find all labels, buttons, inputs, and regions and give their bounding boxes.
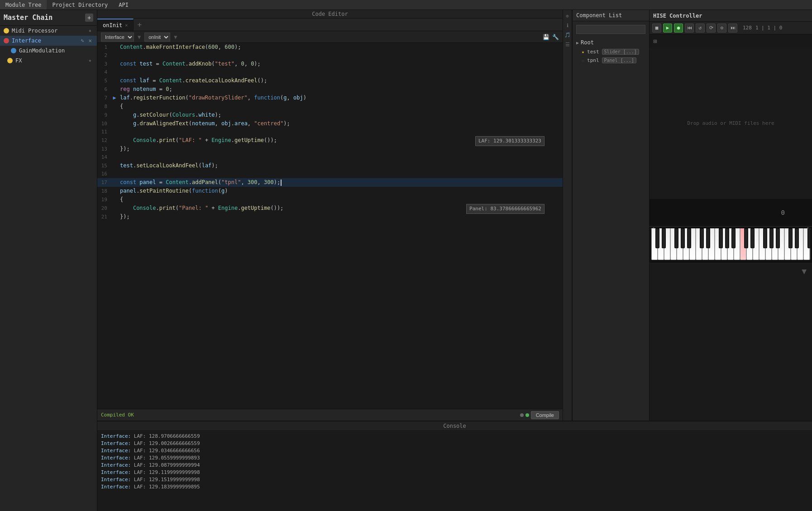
piano-black-key[interactable] <box>750 228 755 248</box>
grid-icon[interactable]: ⊞ <box>653 38 657 45</box>
console-label: Interface: <box>101 455 131 461</box>
hise-loop-btn[interactable]: ↺ <box>696 24 705 33</box>
callback-select[interactable]: onInit <box>144 33 170 42</box>
piano-black-key[interactable] <box>795 228 799 248</box>
piano-black-key[interactable] <box>681 228 685 248</box>
module-item-gain-modulation[interactable]: GainModulation <box>0 46 97 56</box>
drop-zone[interactable]: Drop audio or MIDI files here <box>650 48 812 199</box>
piano-black-key[interactable] <box>769 228 774 248</box>
tab-oninit-close[interactable]: ✕ <box>125 23 128 28</box>
panel-icon-2[interactable]: ℹ <box>564 21 572 29</box>
console-line: Interface: LAF: 129.1199999999998 <box>101 469 808 476</box>
piano-black-key[interactable] <box>687 228 691 248</box>
component-list-title: Component List <box>576 12 622 19</box>
panel-icon-4[interactable]: ☰ <box>564 40 572 48</box>
console-line: Interface: LAF: 128.9706666666559 <box>101 433 808 440</box>
code-area[interactable]: 1 Content.makeFrontInterface(600, 600); … <box>97 43 563 409</box>
hise-controller-panel: HISE Controller ■ ▶ ● ⏮ ↺ ⟳ ⊙ ⏭ 128 1 | … <box>649 10 812 421</box>
piano-black-key[interactable] <box>807 228 810 248</box>
piano-keys[interactable] <box>651 228 810 260</box>
component-item-tpnl[interactable]: ☆ tpnl Panel [...] <box>573 56 649 65</box>
module-item-interface[interactable]: Interface ✎ ✕ <box>0 36 97 46</box>
code-line-18: 18 panel.setPaintRoutine(function(g) <box>97 187 563 195</box>
hise-stop-btn[interactable]: ■ <box>652 24 661 33</box>
hise-rewind-btn[interactable]: ⏮ <box>685 24 694 33</box>
code-line-15: 15 test.setLocalLookAndFeel(laf); <box>97 161 563 170</box>
center-right-section: Code Editor onInit ✕ + Interface ▼ <box>97 10 812 511</box>
fx-add-btn[interactable]: + <box>87 57 93 64</box>
piano-black-key[interactable] <box>655 228 659 248</box>
piano-black-key[interactable] <box>706 228 710 248</box>
piano-black-key[interactable] <box>744 228 748 248</box>
code-line-2: 2 <box>97 52 563 60</box>
compile-button[interactable]: Compile <box>531 411 559 419</box>
midi-processor-add-btn[interactable]: + <box>87 28 93 34</box>
piano-black-key[interactable] <box>700 228 704 248</box>
midi-processor-name: Midi Processor <box>12 28 87 34</box>
hise-play-btn[interactable]: ▶ <box>663 24 672 33</box>
hise-sync-btn[interactable]: ⟳ <box>707 24 716 33</box>
tab-oninit-label: onInit <box>103 22 122 28</box>
hise-record-btn[interactable]: ● <box>674 24 683 33</box>
component-list-header: Component List <box>573 10 649 21</box>
console-label: Interface: <box>101 469 131 475</box>
tab-add-button[interactable]: + <box>134 19 145 31</box>
tab-oninit[interactable]: onInit ✕ <box>97 19 134 31</box>
module-item-midi-processor[interactable]: Midi Processor + <box>0 26 97 36</box>
oscilloscope-value: 0 <box>781 209 785 216</box>
interface-name: Interface <box>12 38 79 44</box>
console-label: Interface: <box>101 433 131 439</box>
hise-midi-btn[interactable]: ⊙ <box>717 24 726 33</box>
master-chain-header: Master Chain + <box>0 10 97 26</box>
piano-black-key[interactable] <box>662 228 666 248</box>
menu-module-tree[interactable]: Module Tree <box>0 0 47 9</box>
editor-toolbar: Interface ▼ onInit ▼ 💾 🔧 <box>97 31 563 43</box>
menu-project-directory[interactable]: Project Directory <box>47 0 113 9</box>
interface-edit-btn[interactable]: ✎ <box>79 38 86 44</box>
indicator-dot-grey <box>520 413 524 417</box>
settings-icon[interactable]: 🔧 <box>552 34 559 40</box>
add-master-chain-button[interactable]: + <box>85 14 93 22</box>
menu-api[interactable]: API <box>113 0 134 9</box>
status-bar: Compiled OK Compile <box>97 409 563 421</box>
tpnl-star: ☆ <box>582 58 584 63</box>
hise-forward-btn[interactable]: ⏭ <box>728 24 737 33</box>
console-label: Interface: <box>101 448 131 454</box>
console-content[interactable]: Interface: LAF: 128.9706666666559Interfa… <box>97 431 812 511</box>
code-line-16: 16 <box>97 170 563 178</box>
left-panel: Master Chain + Midi Processor + Interfac… <box>0 10 97 511</box>
code-line-10: 10 g.drawAlignedText(notenum, obj.area, … <box>97 119 563 128</box>
gain-modulation-name: GainModulation <box>19 47 93 54</box>
component-search-input[interactable] <box>576 25 645 34</box>
editor-tabs: onInit ✕ + <box>97 19 563 31</box>
meter-panel: ⊞ <box>650 34 812 48</box>
gain-modulation-dot <box>11 48 16 53</box>
component-item-test[interactable]: ★ test Slider [...] <box>573 47 649 56</box>
midi-processor-dot <box>4 28 9 33</box>
panel-icon-3[interactable]: 🎵 <box>564 31 572 39</box>
hise-controller-header: HISE Controller <box>650 10 812 22</box>
piano-black-key[interactable] <box>788 228 793 248</box>
hise-bottom-arrow[interactable]: ▼ <box>802 266 807 276</box>
top-menu-bar: Module Tree Project Directory API <box>0 0 812 10</box>
interface-close-btn[interactable]: ✕ <box>87 38 93 44</box>
piano-black-key[interactable] <box>731 228 736 248</box>
piano-black-key[interactable] <box>674 228 678 248</box>
piano-black-key[interactable] <box>725 228 729 248</box>
piano-black-key[interactable] <box>763 228 767 248</box>
save-icon[interactable]: 💾 <box>543 34 549 40</box>
vertical-icon-strip: ⊕ ℹ 🎵 ☰ <box>563 10 572 421</box>
piano-black-key[interactable] <box>776 228 780 248</box>
module-item-fx[interactable]: FX + <box>0 56 97 66</box>
piano-black-key[interactable] <box>719 228 723 248</box>
test-name: test <box>587 49 599 55</box>
panel-icon-1[interactable]: ⊕ <box>564 12 572 20</box>
code-line-3: 3 const test = Content.addKnob("test", 0… <box>97 60 563 68</box>
console-line: Interface: LAF: 129.0559999999893 <box>101 454 808 462</box>
file-select[interactable]: Interface <box>101 33 134 42</box>
test-star: ★ <box>582 49 584 54</box>
hise-bottom-area: ▼ <box>650 263 812 421</box>
component-search-area <box>573 21 649 38</box>
interface-dot <box>4 38 9 43</box>
panel-tooltip: Panel: 83.37866666665962 <box>466 204 545 214</box>
